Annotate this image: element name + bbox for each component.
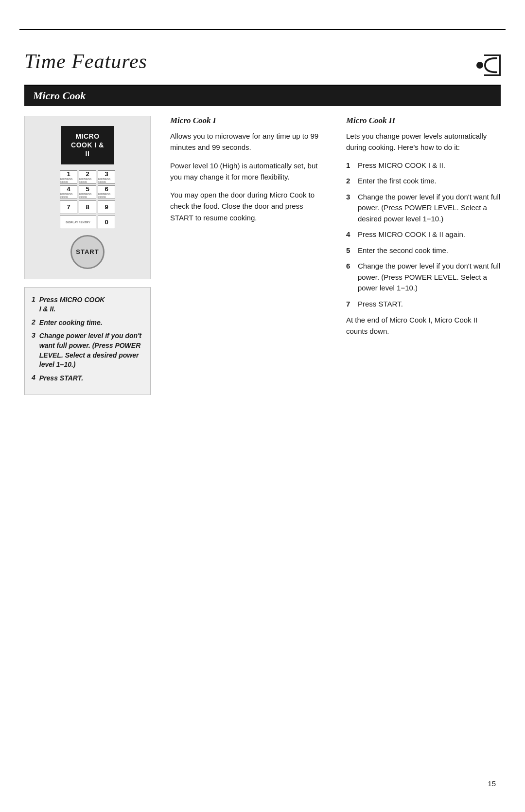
start-label: START (76, 248, 99, 255)
step-7: 7 Press START. (346, 299, 501, 310)
instruction-item-1: 1 Press MICRO COOKI & II. (32, 295, 143, 314)
instruction-num-3: 3 (32, 331, 35, 369)
step-4-num: 4 (346, 229, 354, 240)
instruction-num-1: 1 (32, 295, 35, 314)
step-2-num: 2 (346, 176, 354, 187)
step-1: 1 Press MICRO COOK I & II. (346, 160, 501, 171)
instruction-num-4: 4 (32, 374, 35, 383)
key-3: 3EXPRESS COOK (98, 170, 115, 184)
instruction-text-4: Press START. (39, 374, 83, 383)
instruction-box: 1 Press MICRO COOKI & II. 2 Enter cookin… (24, 287, 151, 396)
step-7-num: 7 (346, 299, 354, 310)
step-3-num: 3 (346, 192, 354, 225)
header-icons (476, 54, 501, 76)
step-5-num: 5 (346, 245, 354, 256)
step-4: 4 Press MICRO COOK I & II again. (346, 229, 501, 240)
section-title: Micro Cook (33, 90, 86, 102)
step-3-text: Change the power level if you don't want… (358, 192, 501, 225)
step-5: 5 Enter the second cook time. (346, 245, 501, 256)
step-6-text: Change the power level if you don't want… (358, 261, 501, 294)
micro-cook-2-intro: Lets you change power levels automatical… (346, 130, 501, 153)
step-2-text: Enter the first cook time. (358, 176, 437, 187)
instruction-item-2: 2 Enter cooking time. (32, 318, 143, 328)
key-0: 0 (98, 216, 115, 229)
instruction-text-3: Change power level if you don't want ful… (39, 331, 143, 369)
step-5-text: Enter the second cook time. (358, 245, 448, 256)
instruction-text-1: Press MICRO COOKI & II. (39, 295, 105, 314)
step-6-num: 6 (346, 261, 354, 294)
section-header: Micro Cook (24, 86, 501, 106)
middle-column: Micro Cook I Allows you to microwave for… (160, 106, 336, 395)
key-9: 9 (98, 200, 115, 214)
key-1: 1EXPRESS COOK (60, 170, 77, 184)
micro-cook-button: MICRO COOK I & II (61, 126, 114, 164)
step-7-text: Press START. (358, 299, 403, 310)
instruction-item-3: 3 Change power level if you don't want f… (32, 331, 143, 369)
numpad: 1EXPRESS COOK 2EXPRESS COOK 3EXPRESS COO… (60, 170, 115, 229)
micro-cook-2-steps: 1 Press MICRO COOK I & II. 2 Enter the f… (346, 160, 501, 310)
panel-image: MICRO COOK I & II 1EXPRESS COOK 2EXPRESS… (24, 116, 151, 279)
page-title: Time Features (24, 50, 147, 73)
key-5: 5EXPRESS COOK (79, 185, 96, 199)
micro-cook-1-para2: Power level 10 (High) is automatically s… (170, 160, 325, 183)
instruction-text-2: Enter cooking time. (39, 318, 103, 328)
start-button: START (70, 235, 105, 269)
button-line1: MICRO (75, 132, 99, 140)
c-icon (484, 54, 501, 76)
display-entry-key: DISPLAY / ENTRY (60, 216, 96, 229)
right-column: Micro Cook II Lets you change power leve… (336, 106, 501, 395)
top-decorative-line (19, 29, 506, 30)
step-6: 6 Change the power level if you don't wa… (346, 261, 501, 294)
left-column: MICRO COOK I & II 1EXPRESS COOK 2EXPRESS… (24, 106, 160, 395)
button-line2: COOK I & II (71, 141, 104, 158)
micro-cook-2-title: Micro Cook II (346, 116, 501, 126)
instruction-num-2: 2 (32, 318, 35, 328)
key-7: 7 (60, 200, 77, 214)
key-8: 8 (79, 200, 96, 214)
key-4: 4EXPRESS COOK (60, 185, 77, 199)
key-2: 2EXPRESS COOK (79, 170, 96, 184)
step-2: 2 Enter the first cook time. (346, 176, 501, 187)
step-3: 3 Change the power level if you don't wa… (346, 192, 501, 225)
page-number: 15 (488, 779, 496, 788)
step-1-text: Press MICRO COOK I & II. (358, 160, 445, 171)
step-1-num: 1 (346, 160, 354, 171)
instruction-item-4: 4 Press START. (32, 374, 143, 383)
micro-cook-1-para3: You may open the door during Micro Cook … (170, 189, 325, 223)
main-content: MICRO COOK I & II 1EXPRESS COOK 2EXPRESS… (24, 106, 501, 395)
step-4-text: Press MICRO COOK I & II again. (358, 229, 465, 240)
page-header: Time Features (0, 40, 525, 76)
micro-cook-2-outro: At the end of Micro Cook I, Micro Cook I… (346, 314, 501, 337)
micro-cook-1-title: Micro Cook I (170, 116, 325, 126)
dot-icon (476, 62, 483, 69)
key-6: 6EXPRESS COOK (98, 185, 115, 199)
micro-cook-1-para1: Allows you to microwave for any time up … (170, 130, 325, 153)
